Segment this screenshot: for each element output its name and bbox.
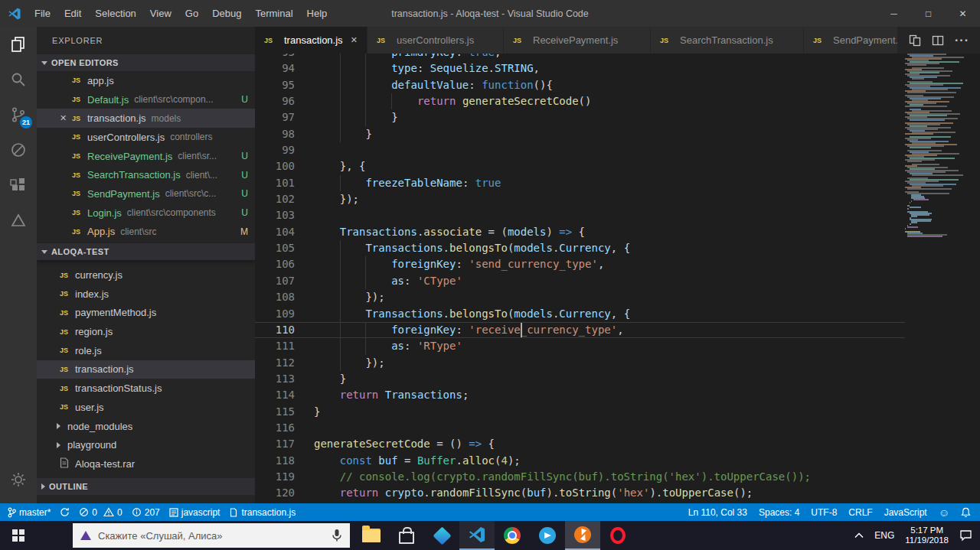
tree-item-transactionStatus.js[interactable]: JStransactionStatus.js: [37, 379, 255, 398]
code-line-112[interactable]: 112 });: [255, 355, 906, 371]
taskbar-store[interactable]: [389, 521, 424, 550]
problems-status[interactable]: 0 0: [79, 507, 122, 518]
eol-status[interactable]: CRLF: [848, 507, 872, 518]
code-line-117[interactable]: 117generateSecretCode = () => {: [255, 436, 906, 452]
feedback-smiley-icon[interactable]: ☺: [939, 506, 949, 519]
code-line-110[interactable]: 110 foreignKey: 'receive_currency_type',: [255, 322, 906, 338]
code-line-95[interactable]: 95 defaultValue: function(){: [255, 77, 906, 93]
menu-selection[interactable]: Selection: [88, 0, 142, 27]
taskbar-telegram[interactable]: [530, 521, 565, 550]
taskbar-file-explorer[interactable]: [354, 521, 389, 550]
open-editor-transaction.js[interactable]: ✕JStransaction.jsmodels: [37, 109, 255, 128]
linter-status[interactable]: javascript: [169, 507, 220, 518]
menu-file[interactable]: File: [28, 0, 57, 27]
project-section-header[interactable]: ALOQA-TEST: [37, 243, 255, 260]
code-line-98[interactable]: 98 }: [255, 126, 906, 142]
tab-SearchTransaction.js[interactable]: JSSearchTransaction.js: [651, 27, 804, 54]
code-line-120[interactable]: 120 return crypto.randomFillSync(buf).to…: [255, 485, 906, 501]
code-line-96[interactable]: 96 return generateSecretCode(): [255, 93, 906, 109]
code-line-101[interactable]: 101 freezeTableName: true: [255, 175, 906, 191]
code-line-115[interactable]: 115}: [255, 404, 906, 420]
open-editor-SearchTransaction.js[interactable]: JSSearchTransaction.jsclient\...U: [37, 165, 255, 184]
tab-SendPayment.js[interactable]: JSSendPayment.js: [804, 27, 897, 54]
open-editors-header[interactable]: OPEN EDITORS: [37, 54, 255, 71]
sync-button[interactable]: [60, 507, 70, 517]
open-editor-SendPayment.js[interactable]: JSSendPayment.jsclient\src\c...U: [37, 184, 255, 203]
microphone-icon[interactable]: [332, 529, 342, 542]
close-editor-icon[interactable]: ✕: [60, 113, 72, 123]
minimap[interactable]: [905, 54, 971, 503]
taskbar-diamond-app[interactable]: [424, 521, 459, 550]
open-editor-userControllers.js[interactable]: JSuserControllers.jscontrollers: [37, 128, 255, 147]
extension-triangle-icon[interactable]: [0, 203, 37, 238]
action-center-icon[interactable]: [959, 529, 972, 542]
code-line-113[interactable]: 113 }: [255, 371, 906, 387]
code-line-109[interactable]: 109 Transactions.belongsTo(models.Curren…: [255, 306, 906, 322]
split-editor-icon[interactable]: [932, 34, 944, 47]
language-mode-status[interactable]: JavaScript: [884, 507, 927, 518]
code-line-94[interactable]: 94 type: Sequelize.STRING,: [255, 60, 906, 76]
tree-item-transaction.js[interactable]: JStransaction.js: [37, 360, 255, 379]
open-editor-ReceivePayment.js[interactable]: JSReceivePayment.jsclient\sr...U: [37, 147, 255, 166]
code-line-105[interactable]: 105 Transactions.belongsTo(models.Curren…: [255, 240, 906, 256]
tree-item-region.js[interactable]: JSregion.js: [37, 322, 255, 341]
explorer-icon[interactable]: [0, 27, 37, 62]
more-actions-icon[interactable]: ···: [955, 34, 969, 47]
file-watch-status[interactable]: transaction.js: [229, 507, 296, 518]
menu-debug[interactable]: Debug: [205, 0, 248, 27]
taskbar-opera[interactable]: [600, 521, 635, 550]
code-line-97[interactable]: 97 }: [255, 109, 906, 125]
code-line-111[interactable]: 111 as: 'RType': [255, 338, 906, 354]
start-button[interactable]: [0, 521, 37, 550]
tree-item-user.js[interactable]: JSuser.js: [37, 398, 255, 417]
tab-transaction.js[interactable]: JStransaction.js✕: [255, 27, 368, 54]
menu-help[interactable]: Help: [300, 0, 335, 27]
keyboard-language[interactable]: ENG: [874, 530, 894, 541]
info-count-status[interactable]: 207: [132, 507, 160, 518]
code-line-116[interactable]: 116: [255, 420, 906, 436]
code-line-99[interactable]: 99: [255, 142, 906, 158]
menu-terminal[interactable]: Terminal: [248, 0, 299, 27]
minimize-button[interactable]: ─: [877, 0, 911, 27]
tree-item-role.js[interactable]: JSrole.js: [37, 341, 255, 360]
code-line-102[interactable]: 102 });: [255, 191, 906, 207]
menu-go[interactable]: Go: [178, 0, 205, 27]
extensions-icon[interactable]: [0, 168, 37, 203]
cursor-position-status[interactable]: Ln 110, Col 33: [688, 507, 747, 518]
tree-item-currency.js[interactable]: JScurrency.js: [37, 265, 255, 285]
code-line-107[interactable]: 107 as: 'CType': [255, 273, 906, 289]
code-line-93[interactable]: 93 primaryKey: true,: [255, 54, 906, 60]
code-line-118[interactable]: 118 const buf = Buffer.alloc(4);: [255, 453, 906, 469]
tab-ReceivePayment.js[interactable]: JSReceivePayment.js: [504, 27, 651, 54]
menu-edit[interactable]: Edit: [57, 0, 88, 27]
tree-item-node_modules[interactable]: node_modules: [37, 417, 255, 436]
search-icon[interactable]: [0, 62, 37, 97]
outline-section-header[interactable]: OUTLINE: [37, 478, 255, 495]
tree-item-playground[interactable]: playground: [37, 435, 255, 454]
code-line-119[interactable]: 119 // console.log(crypto.randomFillSync…: [255, 469, 906, 485]
indentation-status[interactable]: Spaces: 4: [759, 507, 799, 518]
encoding-status[interactable]: UTF-8: [811, 507, 837, 518]
code-line-114[interactable]: 114 return Transactions;: [255, 387, 906, 403]
settings-gear-icon[interactable]: [0, 462, 37, 497]
open-editor-Default.js[interactable]: JSDefault.jsclient\src\compon...U: [37, 90, 255, 109]
open-editor-app.js[interactable]: JSapp.js: [37, 71, 255, 90]
tab-userControllers.js[interactable]: JSuserControllers.js: [368, 27, 504, 54]
notifications-bell-icon[interactable]: [961, 507, 971, 518]
open-editor-Login.js[interactable]: JSLogin.jsclient\src\componentsU: [37, 203, 255, 223]
code-line-108[interactable]: 108 });: [255, 289, 906, 305]
taskbar-search-box[interactable]: Скажите «Слушай, Алиса»: [73, 523, 350, 548]
code-line-104[interactable]: 104 Transactions.associate = (models) =>…: [255, 224, 906, 240]
tree-item-index.js[interactable]: JSindex.js: [37, 285, 255, 304]
menu-view[interactable]: View: [143, 0, 178, 27]
code-line-106[interactable]: 106 foreignKey: 'send_currency_type',: [255, 256, 906, 272]
tray-expand-icon[interactable]: [854, 532, 864, 539]
git-branch-status[interactable]: master*: [8, 507, 51, 518]
close-tab-icon[interactable]: ✕: [351, 35, 358, 45]
taskbar-vscode[interactable]: [459, 521, 495, 550]
open-changes-icon[interactable]: [909, 34, 921, 47]
tree-item-paymentMethod.js[interactable]: JSpaymentMethod.js: [37, 304, 255, 323]
source-control-icon[interactable]: 21: [0, 97, 37, 132]
taskbar-postman[interactable]: [565, 521, 600, 550]
debug-icon[interactable]: [0, 132, 37, 168]
